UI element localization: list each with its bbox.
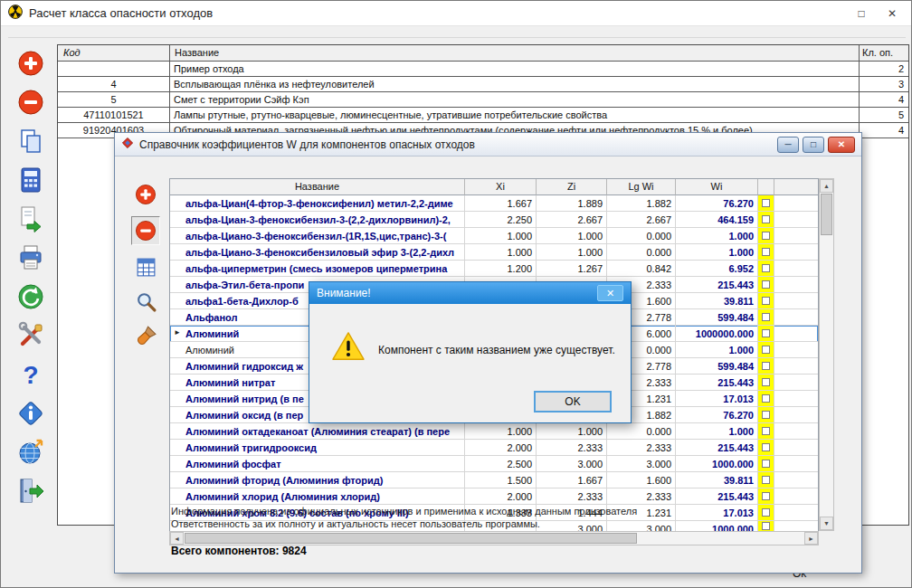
help-icon[interactable]: ? [15, 359, 46, 390]
flag-cell[interactable] [758, 472, 774, 488]
ok-button[interactable]: OK [534, 391, 612, 413]
zi-cell[interactable]: 2.333 [537, 488, 607, 505]
flag-cell[interactable] [758, 261, 774, 277]
component-name-cell[interactable]: альфа-Циан-3-феноксибензил-3-(2,2-дихлор… [182, 212, 465, 228]
flag-cell[interactable] [758, 407, 774, 423]
globe-icon[interactable] [15, 437, 46, 468]
flag-cell[interactable] [758, 358, 774, 375]
component-name-cell[interactable]: альфа-Циан(4-фтор-3-феноксифенил) метил-… [182, 195, 465, 212]
flag-cell[interactable] [758, 375, 774, 391]
lgwi-cell[interactable]: 1.600 [607, 472, 676, 488]
wi-cell[interactable]: 1.000 [676, 228, 758, 244]
checkbox[interactable] [762, 522, 770, 530]
tools-icon[interactable] [15, 320, 46, 351]
flag-cell[interactable] [758, 440, 774, 456]
checkbox[interactable] [762, 346, 770, 354]
component-row[interactable]: Алюминий фторид (Алюминия фторид) 1.500 … [170, 472, 818, 488]
checkbox[interactable] [762, 443, 770, 451]
lgwi-cell[interactable]: 2.667 [607, 212, 676, 228]
zi-cell[interactable]: 3.000 [537, 456, 607, 472]
col-header-lgwi[interactable]: Lg Wi [607, 179, 676, 195]
component-row[interactable]: Алюминий октадеканоат (Алюминия стеарат)… [170, 423, 818, 440]
xi-cell[interactable]: 2.000 [465, 488, 537, 505]
scroll-down-arrow[interactable]: ▼ [820, 517, 833, 530]
waste-name-cell[interactable]: Смет с территории Сэйф Кэп [169, 92, 857, 107]
wi-cell[interactable]: 1000.000 [676, 456, 758, 472]
waste-class-cell[interactable]: 3 [857, 77, 908, 91]
checkbox[interactable] [762, 248, 770, 256]
flag-cell[interactable] [758, 293, 774, 309]
flag-cell[interactable] [758, 456, 774, 472]
component-name-cell[interactable]: альфа-циперметрин (смесь изомеров циперм… [182, 261, 465, 277]
col-header-name[interactable]: Название [170, 179, 465, 195]
horizontal-scrollbar[interactable]: ◄ ► [169, 531, 819, 545]
wi-cell[interactable]: 6.952 [676, 261, 758, 277]
col-header-zi[interactable]: Zi [537, 179, 607, 195]
component-row[interactable]: Алюминий хлорид (Алюминия хлорид) 2.000 … [170, 488, 818, 505]
waste-class-cell[interactable]: 5 [857, 108, 908, 122]
flag-cell[interactable] [758, 488, 774, 505]
flag-cell[interactable] [758, 228, 774, 244]
wi-cell[interactable]: 1.000 [676, 423, 758, 440]
search-icon[interactable] [133, 289, 158, 314]
xi-cell[interactable]: 1.500 [465, 472, 537, 488]
checkbox[interactable] [762, 280, 770, 289]
export-icon[interactable] [15, 204, 46, 234]
vertical-scroll-thumb[interactable] [821, 194, 832, 235]
zi-cell[interactable]: 1.000 [537, 423, 607, 440]
waste-class-cell[interactable]: 2 [857, 62, 908, 76]
component-name-cell[interactable]: альфа-Циано-3-феноксибензил-(1R,1S,цис,т… [182, 228, 465, 244]
waste-row[interactable]: Пример отхода 2 [58, 62, 908, 77]
exit-icon[interactable] [15, 476, 46, 507]
lgwi-cell[interactable]: 2.333 [607, 440, 676, 456]
zi-cell[interactable]: 2.333 [537, 440, 607, 456]
vertical-scrollbar[interactable]: ▲ ▼ [819, 178, 834, 531]
wi-cell[interactable]: 76.270 [676, 407, 758, 423]
wi-cell[interactable]: 599.484 [676, 358, 758, 375]
delete-icon[interactable] [15, 87, 46, 118]
recalculate-icon[interactable] [15, 281, 46, 312]
component-row[interactable]: Алюминий тригидрооксид 2.000 2.333 2.333… [170, 440, 818, 456]
delete-icon[interactable] [131, 216, 160, 245]
dialog-titlebar[interactable]: Внимание! ✕ [309, 282, 631, 304]
xi-cell[interactable]: 1.000 [465, 244, 537, 261]
flag-cell[interactable] [758, 309, 774, 326]
checkbox[interactable] [762, 313, 770, 321]
wi-cell[interactable]: 1.000 [676, 244, 758, 261]
wi-cell[interactable]: 599.484 [676, 309, 758, 326]
waste-code-cell[interactable]: 47110101521 [58, 108, 169, 122]
zi-cell[interactable]: 1.267 [537, 261, 607, 277]
scroll-right-arrow[interactable]: ► [804, 532, 818, 545]
component-row[interactable]: альфа-Циано-3-феноксибензиловый эфир 3-(… [170, 244, 818, 261]
checkbox[interactable] [762, 460, 770, 468]
checkbox[interactable] [762, 329, 770, 337]
flag-cell[interactable] [758, 195, 774, 212]
component-name-cell[interactable]: Алюминий октадеканоат (Алюминия стеарат)… [182, 423, 465, 440]
checkbox[interactable] [762, 394, 770, 403]
print-icon[interactable] [15, 242, 46, 273]
wi-cell[interactable]: 1.000 [676, 342, 758, 358]
zi-cell[interactable]: 2.667 [537, 212, 607, 228]
scroll-up-arrow[interactable]: ▲ [820, 179, 833, 193]
main-close-button[interactable]: ✕ [886, 7, 898, 20]
xi-cell[interactable]: 2.000 [465, 440, 537, 456]
waste-class-cell[interactable]: 4 [857, 92, 908, 107]
checkbox[interactable] [762, 362, 770, 370]
xi-cell[interactable]: 2.250 [465, 212, 537, 228]
wi-cell[interactable]: 215.443 [676, 375, 758, 391]
component-name-cell[interactable]: Алюминий тригидрооксид [182, 440, 465, 456]
component-row[interactable]: альфа-циперметрин (смесь изомеров циперм… [170, 261, 818, 277]
waste-row[interactable]: 4 Всплывающая плёнка из нефтеуловителей … [58, 77, 908, 92]
flag-cell[interactable] [758, 423, 774, 440]
waste-code-cell[interactable]: 5 [58, 92, 169, 107]
scroll-left-arrow[interactable]: ◄ [170, 532, 184, 545]
lgwi-cell[interactable]: 2.333 [607, 488, 676, 505]
ref-maximize-button[interactable]: □ [803, 137, 824, 153]
add-icon[interactable] [15, 48, 46, 79]
lgwi-cell[interactable]: 0.000 [607, 244, 676, 261]
xi-cell[interactable]: 2.500 [465, 456, 537, 472]
checkbox[interactable] [762, 297, 770, 305]
wi-cell[interactable]: 215.443 [676, 440, 758, 456]
flag-cell[interactable] [758, 244, 774, 261]
flag-cell[interactable] [758, 277, 774, 293]
